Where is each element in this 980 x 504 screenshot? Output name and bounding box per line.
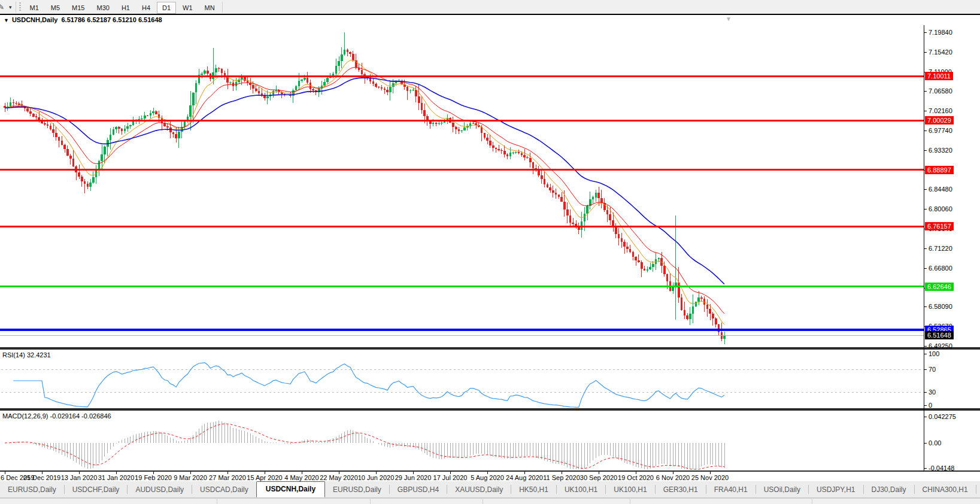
level-price-tag[interactable]: 7.10011 xyxy=(925,72,953,80)
date-tick-label: 31 Jan 2020 xyxy=(98,474,135,481)
price-tick-mark xyxy=(924,248,927,249)
rsi-tick-label: 0 xyxy=(929,402,932,409)
statusbar-separator xyxy=(630,499,630,504)
timeframe-button-mn[interactable]: MN xyxy=(199,2,220,14)
rsi-indicator-panel[interactable] xyxy=(0,350,924,408)
macd-tick-mark xyxy=(924,468,927,469)
date-tick-label: 9 Mar 2020 xyxy=(174,474,207,481)
price-tick-mark xyxy=(924,130,927,131)
chart-tab-usoil-daily[interactable]: USOil,Daily xyxy=(756,482,808,497)
main-price-chart[interactable] xyxy=(0,25,924,347)
date-tick-label: 30 Sep 2020 xyxy=(580,474,617,481)
date-tick-label: 5 Aug 2020 xyxy=(471,474,504,481)
timeframes-toolbar: ✎ ▾ M1M5M15M30H1H4D1W1MN xyxy=(0,0,980,14)
date-tick-label: 11 Sep 2020 xyxy=(543,474,580,481)
scroll-position-marker-icon[interactable]: ▼ xyxy=(726,16,732,22)
price-tick-label: 6.71220 xyxy=(929,245,952,252)
date-tick-label: 6 Nov 2020 xyxy=(656,474,690,481)
chart-tab-eurusd-daily[interactable]: EURUSD,Daily xyxy=(0,482,64,497)
chart-tab-usdcnh-daily[interactable]: USDCNH,Daily xyxy=(256,481,325,497)
price-tick-label: 6.66800 xyxy=(929,265,952,272)
date-tick-label: 17 Jul 2020 xyxy=(433,474,468,481)
price-tick-label: 7.06580 xyxy=(929,87,952,95)
timeframe-button-m15[interactable]: M15 xyxy=(66,2,90,14)
rsi-tick-mark xyxy=(924,392,927,393)
chart-tab-eurusd-daily[interactable]: EURUSD,Daily xyxy=(325,482,389,497)
rsi-tick-mark xyxy=(924,405,927,406)
rsi-tick-mark xyxy=(924,369,927,370)
rsi-tick-label: 70 xyxy=(929,366,936,373)
timeframe-button-m5[interactable]: M5 xyxy=(45,2,65,14)
chart-tab-usdjpy-h1[interactable]: USDJPY,H1 xyxy=(809,482,863,497)
statusbar-separator xyxy=(370,499,371,504)
timeframe-button-h4[interactable]: H4 xyxy=(136,2,156,14)
date-tick-label: 24 Aug 2020 xyxy=(506,474,543,481)
chart-tab-gbpusd-h4[interactable]: GBPUSD,H4 xyxy=(390,482,447,497)
level-price-tag[interactable]: 7.00029 xyxy=(925,116,954,125)
timeframe-button-m1[interactable]: M1 xyxy=(25,2,44,14)
drawing-tool-icon[interactable]: ✎ xyxy=(0,3,8,11)
chart-tab-usdchf-daily[interactable]: USDCHF,Daily xyxy=(65,482,128,497)
statusbar-separator xyxy=(217,499,217,504)
price-tick-label: 7.02160 xyxy=(929,107,952,114)
macd-indicator-panel[interactable] xyxy=(0,411,924,470)
price-tick-mark xyxy=(924,268,927,269)
chart-tab-uk100-h1[interactable]: UK100,H1 xyxy=(606,482,654,497)
chart-tab-uk100-h1[interactable]: UK100,H1 xyxy=(557,482,605,497)
price-tick-mark xyxy=(924,150,927,151)
panel-splitter xyxy=(0,470,980,472)
timeframe-button-d1[interactable]: D1 xyxy=(157,2,176,14)
price-tick-label: 6.84480 xyxy=(929,186,952,193)
level-price-tag[interactable]: 6.76157 xyxy=(925,222,954,230)
macd-indicator-label: MACD(12,26,9) -0.029164 -0.026846 xyxy=(2,412,111,420)
chart-tab-dj30-daily[interactable]: DJ30,Daily xyxy=(864,482,914,497)
chart-tab-fra40-h1[interactable]: FRA40,H1 xyxy=(706,482,756,497)
toolbar-separator xyxy=(222,2,223,13)
price-tick-label: 6.80060 xyxy=(929,205,952,212)
timeframe-button-m30[interactable]: M30 xyxy=(92,2,115,14)
status-bar xyxy=(0,498,980,504)
rsi-indicator-label: RSI(14) 32.4231 xyxy=(2,351,51,359)
price-tick-mark xyxy=(924,189,927,190)
level-price-tag[interactable]: 6.62646 xyxy=(925,283,954,291)
timeframe-button-w1[interactable]: W1 xyxy=(177,2,198,14)
macd-tick-label: -0.04148 xyxy=(929,464,954,472)
date-tick-label: 4 May 2020 xyxy=(284,474,318,481)
collapse-triangle-icon[interactable]: ▼ xyxy=(4,17,9,23)
price-tick-mark xyxy=(924,52,927,53)
chart-tab-usoil-h[interactable]: USOil,H xyxy=(976,482,980,497)
price-tick-mark xyxy=(924,91,927,92)
price-tick-mark xyxy=(924,111,927,111)
price-tick-label: 6.93320 xyxy=(929,147,952,154)
macd-tick-mark xyxy=(924,417,927,417)
chart-tab-ger30-h1[interactable]: GER30,H1 xyxy=(656,482,706,497)
timeframe-buttons: M1M5M15M30H1H4D1W1MN xyxy=(24,2,221,13)
level-price-tag[interactable]: 6.88897 xyxy=(925,166,954,174)
price-tick-label: 7.15420 xyxy=(929,48,952,56)
date-tick-label: 19 Oct 2020 xyxy=(618,474,654,481)
price-tick-label: 6.49250 xyxy=(929,342,952,350)
rsi-tick-label: 30 xyxy=(929,388,936,396)
chart-tabs-bar: EURUSD,DailyUSDCHF,DailyAUDUSD,DailyUSDC… xyxy=(0,481,980,498)
date-tick-label: 29 Jun 2020 xyxy=(395,474,432,481)
date-tick-label: 19 Feb 2020 xyxy=(135,474,172,481)
date-tick-label: 10 Jun 2020 xyxy=(358,474,395,481)
chart-symbol-label: USDCNH,Daily xyxy=(12,16,57,23)
chart-tab-xauusd-daily[interactable]: XAUUSD,Daily xyxy=(447,482,511,497)
chart-tab-usdcad-daily[interactable]: USDCAD,Daily xyxy=(192,482,256,497)
price-tick-mark xyxy=(924,306,927,307)
tool-dropdown-caret-icon[interactable]: ▾ xyxy=(9,4,12,10)
chart-tab-audusd-daily[interactable]: AUDUSD,Daily xyxy=(128,482,192,497)
date-tick-label: 25 Dec 2019 xyxy=(23,474,60,481)
chart-tab-hk50-h1[interactable]: HK50,H1 xyxy=(511,482,556,497)
chart-tab-china300-h1[interactable]: CHINA300,H1 xyxy=(915,482,976,497)
rsi-tick-label: 100 xyxy=(929,350,939,357)
chart-ohlc-values: 6.51786 6.52187 6.51210 6.51648 xyxy=(61,16,162,23)
statusbar-separator xyxy=(812,499,812,504)
current-price-tag: 6.51648 xyxy=(925,331,954,339)
toolbar-grip-handle[interactable] xyxy=(19,2,21,12)
timeframe-button-h1[interactable]: H1 xyxy=(116,2,135,14)
price-tick-label: 6.58090 xyxy=(929,303,952,310)
price-tick-mark xyxy=(924,209,927,210)
price-tick-mark xyxy=(924,346,927,347)
